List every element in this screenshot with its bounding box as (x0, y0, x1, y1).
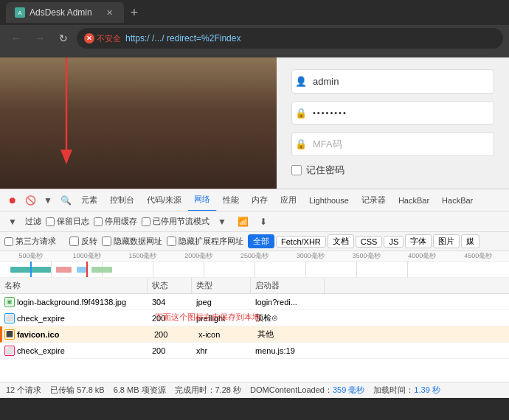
timeline-tick-3 (153, 262, 153, 277)
reverse-label: 反转 (81, 236, 97, 247)
table-row[interactable]: ⬜ check_expire 200 xhr menu.js:19 (0, 343, 509, 359)
download-icon[interactable]: ⬇ (255, 214, 271, 230)
timeline-label-8: 4500毫秒 (450, 251, 506, 261)
remember-row: 记住密码 (291, 164, 494, 177)
filter-doc-button[interactable]: 文档 (328, 234, 354, 248)
record-button[interactable]: ⏺ (4, 192, 21, 209)
wifi-icon[interactable]: 📶 (235, 214, 251, 230)
timeline-tick-4 (204, 262, 204, 277)
security-icon: ✕ (84, 33, 94, 43)
filter-toggle[interactable]: ▼ (40, 192, 56, 209)
table-row[interactable]: ▣ login-background.f9f49138.jpg 304 jpeg… (0, 294, 509, 310)
filter-css-button[interactable]: CSS (356, 236, 383, 248)
row-status: 200 (148, 343, 192, 358)
row-type-icon: ⬜ (4, 313, 15, 323)
filter-types: 全部 Fetch/XHR 文档 CSS JS 字体 图片 媒 (248, 234, 479, 248)
background-image (0, 57, 277, 189)
filter-icon[interactable]: ▼ (4, 214, 21, 230)
tab-performance[interactable]: 性能 (217, 189, 246, 211)
row-name: ⬛ favicon.ico (2, 326, 150, 342)
username-field[interactable]: 👤 admin (291, 69, 494, 94)
browser-chrome: A AdsDesk Admin ✕ + ← → ↻ ✕ 不安全 https:/ … (0, 0, 509, 57)
url-text: https:/ /.../ redirect=%2Findex (125, 33, 240, 43)
clear-button[interactable]: 🚫 (22, 192, 38, 209)
dom-content-loaded-marker (30, 262, 32, 277)
row-name: ⬜ check_expire (0, 343, 148, 358)
col-header-name[interactable]: 名称 (0, 278, 148, 293)
row-type: x-icon (194, 326, 253, 342)
tab-favicon: A (15, 7, 25, 18)
address-bar[interactable]: ✕ 不安全 https:/ /.../ redirect=%2Findex (77, 28, 503, 49)
tab-bar: A AdsDesk Admin ✕ + (0, 0, 509, 25)
tab-lighthouse[interactable]: Lighthouse (303, 189, 356, 211)
browser-tab[interactable]: A AdsDesk Admin ✕ (6, 2, 124, 23)
tab-console[interactable]: 控制台 (104, 189, 141, 211)
timeline-label-5: 3000毫秒 (283, 251, 339, 261)
tab-hackbar1[interactable]: HackBar (392, 189, 436, 211)
table-row[interactable]: ⬜ check_expire 200 preflight 预检⊙ 下面这个图标右… (0, 310, 509, 326)
password-field[interactable]: 🔒 •••••••• (291, 101, 494, 125)
hide-data-urls-label: 隐藏数据网址 (114, 236, 162, 247)
refresh-button[interactable]: ↻ (53, 28, 74, 49)
forward-button[interactable]: → (30, 28, 50, 49)
remember-checkbox[interactable] (291, 165, 302, 175)
tab-application[interactable]: 应用 (274, 189, 303, 211)
timeline-label-0: 500毫秒 (3, 251, 59, 261)
tab-sources[interactable]: 代码/来源 (141, 189, 188, 211)
filter-js-button[interactable]: JS (384, 236, 404, 248)
table-row[interactable]: ⬛ favicon.ico 200 x-icon 其他 (0, 326, 509, 343)
row-name: ▣ login-background.f9f49138.jpg (0, 294, 148, 309)
hide-data-urls-checkbox[interactable] (102, 237, 111, 246)
red-arrow-overlay (0, 57, 277, 189)
tab-hackbar2[interactable]: HackBar (436, 189, 479, 211)
row-type: xhr (192, 343, 251, 358)
row-initiator: 预检⊙ (251, 310, 325, 326)
timeline-tick-5 (254, 262, 255, 277)
row-initiator: menu.js:19 (251, 343, 325, 358)
row-type-icon: ⬜ (4, 346, 15, 356)
filter-all-button[interactable]: 全部 (248, 234, 274, 248)
disable-throttle-checkbox[interactable]: 已停用节流模式 (142, 216, 210, 227)
col-header-status[interactable]: 状态 (148, 278, 192, 293)
preserve-log-checkbox[interactable]: 保留日志 (46, 216, 89, 227)
throttle-select[interactable]: ▼ (214, 214, 230, 230)
search-icon[interactable]: 🔍 (58, 192, 74, 209)
timeline-label-1: 1000毫秒 (59, 251, 115, 261)
filter-fetch-button[interactable]: Fetch/XHR (276, 236, 326, 248)
timeline-label-6: 3500毫秒 (339, 251, 395, 261)
hide-extensions-checkbox[interactable] (167, 237, 176, 246)
username-value: admin (313, 76, 339, 87)
filter-font-button[interactable]: 字体 (405, 234, 432, 248)
tab-elements[interactable]: 元素 (75, 189, 104, 211)
tab-close-button[interactable]: ✕ (103, 7, 115, 18)
filter-media-button[interactable]: 媒 (461, 234, 479, 248)
back-button[interactable]: ← (6, 28, 27, 49)
col-header-type[interactable]: 类型 (192, 278, 251, 293)
filter-label: 过滤 (25, 216, 41, 227)
timeline-bar-2 (56, 267, 72, 273)
col-header-initiator[interactable]: 启动器 (251, 278, 325, 293)
new-tab-button[interactable]: + (124, 2, 145, 23)
tab-network[interactable]: 网络 (188, 189, 217, 211)
timeline-tick-8 (407, 262, 408, 277)
devtools-icon-buttons: ⏺ 🚫 ▼ 🔍 (3, 192, 75, 209)
disable-cache-checkbox[interactable]: 停用缓存 (94, 216, 137, 227)
row-name: ⬜ check_expire (0, 310, 148, 326)
row-status: 304 (148, 294, 192, 309)
timeline-tick-1 (51, 262, 52, 277)
timeline-label-4: 2500毫秒 (226, 251, 283, 261)
filter-bar-1: ▼ 过滤 保留日志 停用缓存 已停用节流模式 ▼ 📶 ⬇ (0, 211, 509, 232)
filter-bar-2: 第三方请求 反转 隐藏数据网址 隐藏扩展程序网址 全部 Fetch/XHR 文档… (0, 232, 509, 251)
row-initiator: 其他 (253, 326, 327, 342)
network-table: 名称 状态 类型 启动器 ▣ login-background.f9f49138… (0, 278, 509, 382)
tab-recorder[interactable]: 记录器 (356, 189, 392, 211)
timeline-tick-6 (305, 262, 306, 277)
timeline-bar-3 (77, 267, 87, 273)
annotation-text: 下面这个图标右击保存到本地 (155, 312, 260, 323)
row-type-icon: ⬛ (4, 329, 15, 340)
filter-img-button[interactable]: 图片 (433, 234, 460, 248)
mfa-field[interactable]: 🔒 MFA码 (291, 132, 494, 156)
reverse-checkbox[interactable] (69, 237, 79, 246)
third-party-checkbox[interactable]: 第三方请求 (4, 236, 56, 247)
tab-memory[interactable]: 内存 (246, 189, 274, 211)
